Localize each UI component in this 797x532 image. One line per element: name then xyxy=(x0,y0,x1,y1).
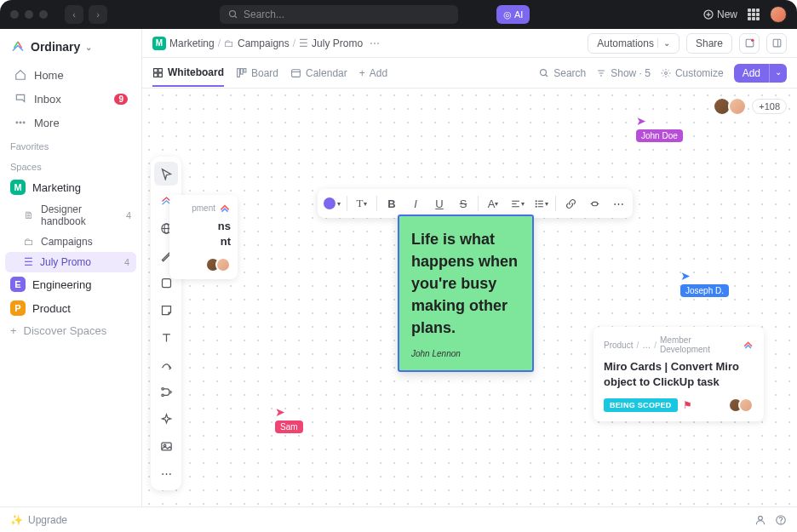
calendar-icon xyxy=(290,67,301,78)
add-chevron[interactable]: ⌄ xyxy=(769,64,787,83)
cursor-icon: ➤ xyxy=(275,405,285,419)
text-color[interactable]: A▾ xyxy=(482,192,504,215)
svg-line-1 xyxy=(235,16,238,19)
automations-button[interactable]: Automations ⌄ xyxy=(588,33,679,54)
chevron-down-icon: ▾ xyxy=(545,200,548,208)
discover-label: Discover Spaces xyxy=(24,324,107,337)
format-toolbar: ▾ T▾ B I U S A▾ ▾ ▾ ⋯ xyxy=(318,189,633,218)
space-engineering[interactable]: E Engineering xyxy=(0,272,141,296)
card-crumb[interactable]: Product xyxy=(604,340,633,350)
svg-point-52 xyxy=(781,523,782,523)
status-tag[interactable]: BEING SCOPED xyxy=(604,398,678,412)
card-crumb[interactable]: Member Development xyxy=(660,335,739,354)
link-button[interactable] xyxy=(559,192,582,215)
connector-tool[interactable] xyxy=(154,352,178,376)
card-title-frag: ns xyxy=(218,220,231,232)
sticky-note[interactable]: Life is what happens when you're busy ma… xyxy=(398,215,534,372)
italic-button[interactable]: I xyxy=(404,192,427,215)
search-view[interactable]: Search xyxy=(539,60,586,86)
plus-icon: + xyxy=(10,324,17,337)
panel-icon[interactable] xyxy=(766,33,787,54)
svg-point-9 xyxy=(751,39,754,42)
font-size[interactable]: T▾ xyxy=(351,192,373,215)
space-product[interactable]: P Product xyxy=(0,296,141,320)
inbox-label: Inbox xyxy=(34,93,61,106)
avatar[interactable] xyxy=(738,398,754,413)
sidebar-inbox[interactable]: Inbox 9 xyxy=(3,87,138,111)
sidebar-home[interactable]: Home xyxy=(3,63,138,87)
customize-label: Customize xyxy=(675,67,724,79)
flag-icon[interactable]: ⚑ xyxy=(683,399,692,411)
color-picker[interactable]: ▾ xyxy=(321,192,343,215)
strike-button[interactable]: S xyxy=(452,192,474,215)
ai-button[interactable]: ◎ AI xyxy=(496,5,530,24)
show-filter[interactable]: Show · 5 xyxy=(596,60,651,86)
view-board[interactable]: Board xyxy=(236,60,278,86)
sidebar-designer-handbook[interactable]: 🗎 Designer handbook 4 xyxy=(0,199,141,232)
underline-button[interactable]: U xyxy=(428,192,450,215)
sticky-tool[interactable] xyxy=(154,298,178,322)
sidebar-campaigns[interactable]: 🗀 Campaigns xyxy=(0,232,141,252)
task-card[interactable]: pment ns nt xyxy=(169,195,238,279)
presence-avatars: +108 xyxy=(720,97,787,116)
search-label: Search xyxy=(553,67,586,79)
more-format[interactable]: ⋯ xyxy=(607,192,629,215)
avatar-overflow[interactable]: +108 xyxy=(752,99,787,114)
apps-icon[interactable] xyxy=(748,9,760,20)
ai-label: AI xyxy=(514,9,523,20)
whiteboard-label: Whiteboard xyxy=(168,66,224,78)
upgrade-link[interactable]: Upgrade xyxy=(28,514,67,526)
more-tool[interactable]: ⋯ xyxy=(154,461,178,485)
discover-spaces[interactable]: + Discover Spaces xyxy=(0,320,141,341)
view-whiteboard[interactable]: Whiteboard xyxy=(152,60,224,87)
ai-tool[interactable] xyxy=(154,407,178,431)
add-button[interactable]: Add xyxy=(734,64,769,83)
unlink-button[interactable] xyxy=(583,192,605,215)
list-button[interactable]: ▾ xyxy=(530,192,552,215)
close-dot[interactable] xyxy=(10,10,19,19)
global-search[interactable]: Search... xyxy=(220,5,458,24)
nav-back[interactable]: ‹ xyxy=(65,5,83,24)
sidebar-july-promo[interactable]: ☰ July Promo 4 xyxy=(5,252,136,272)
customize-button[interactable]: Customize xyxy=(661,60,724,86)
new-button[interactable]: New xyxy=(703,9,737,20)
select-tool[interactable] xyxy=(154,162,178,186)
activity-icon[interactable] xyxy=(739,33,760,54)
designer-label: Designer handbook xyxy=(41,203,119,227)
svg-rect-13 xyxy=(158,68,162,72)
avatar[interactable] xyxy=(728,97,747,116)
gear-icon xyxy=(661,68,671,78)
align-button[interactable]: ▾ xyxy=(506,192,528,215)
help-icon[interactable] xyxy=(775,514,787,526)
crumb-space[interactable]: Marketing xyxy=(169,37,215,49)
whiteboard-canvas[interactable]: +108 ⋯ pment xyxy=(142,89,797,506)
text-tool[interactable] xyxy=(154,325,178,349)
card-crumb[interactable]: … xyxy=(642,340,651,350)
inbox-badge: 9 xyxy=(114,94,128,105)
user-avatar[interactable] xyxy=(770,6,787,23)
svg-rect-15 xyxy=(158,73,162,77)
plus-icon: + xyxy=(359,67,365,79)
chevron-down-icon: ▾ xyxy=(521,200,525,208)
bold-button[interactable]: B xyxy=(381,192,403,215)
nav-forward[interactable]: › xyxy=(89,5,107,24)
crumb-sep: / xyxy=(218,37,221,49)
space-badge[interactable]: M xyxy=(152,37,166,50)
share-button[interactable]: Share xyxy=(686,33,732,54)
image-tool[interactable] xyxy=(154,434,178,458)
crumb-folder[interactable]: Campaigns xyxy=(238,37,290,49)
flow-tool[interactable] xyxy=(154,380,178,403)
crumb-page[interactable]: July Promo xyxy=(312,37,363,49)
more-icon[interactable]: ⋯ xyxy=(370,37,380,49)
min-dot[interactable] xyxy=(25,10,33,19)
sidebar-more[interactable]: More xyxy=(3,111,138,134)
add-view[interactable]: + Add xyxy=(359,60,387,86)
workspace-logo-icon xyxy=(10,39,26,54)
user-icon[interactable] xyxy=(754,514,766,526)
max-dot[interactable] xyxy=(39,10,48,19)
view-calendar[interactable]: Calendar xyxy=(290,60,347,86)
svg-point-50 xyxy=(759,516,763,520)
workspace-switcher[interactable]: Ordinary ⌄ xyxy=(0,36,141,63)
task-card[interactable]: Product / … / Member Development Miro Ca… xyxy=(593,327,764,421)
space-marketing[interactable]: M Marketing xyxy=(0,175,141,199)
